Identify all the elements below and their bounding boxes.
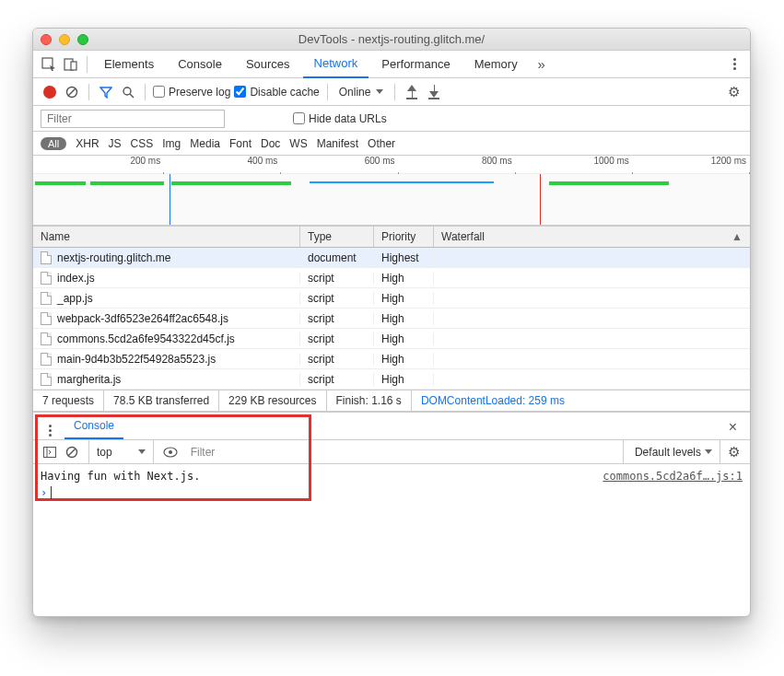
request-type: script <box>300 373 374 386</box>
console-log-source-link[interactable]: commons.5cd2a6f….js:1 <box>603 470 743 483</box>
device-toolbar-icon[interactable] <box>61 54 81 75</box>
type-filter-all[interactable]: All <box>41 137 66 150</box>
status-dcl: DOMContentLoaded: 259 ms <box>412 390 574 411</box>
zoom-window-button[interactable] <box>77 34 88 45</box>
file-icon <box>41 373 52 386</box>
console-drawer: Console × top Filter Default levels ⚙ <box>33 412 750 616</box>
tick: 200 ms <box>47 156 164 173</box>
settings-kebab-icon[interactable] <box>724 54 744 75</box>
tick: 600 ms <box>281 156 398 173</box>
request-name: margherita.js <box>57 373 121 386</box>
inspect-element-icon[interactable] <box>39 54 59 75</box>
console-log-message: Having fun with Next.js. <box>41 470 200 483</box>
network-status-bar: 7 requests 78.5 KB transferred 229 KB re… <box>33 390 750 412</box>
tab-sources[interactable]: Sources <box>235 51 301 78</box>
table-row[interactable]: commons.5cd2a6fe9543322d45cf.jsscriptHig… <box>33 329 750 349</box>
request-type: script <box>300 292 374 305</box>
svg-rect-2 <box>71 62 76 70</box>
type-filter-css[interactable]: CSS <box>131 137 154 150</box>
table-row[interactable]: margherita.jsscriptHigh <box>33 369 750 390</box>
disable-cache-checkbox[interactable]: Disable cache <box>234 86 319 99</box>
request-priority: Highest <box>374 251 434 264</box>
console-levels-select[interactable]: Default levels <box>627 440 720 463</box>
network-table-header: Name Type Priority Waterfall▲ <box>33 226 750 248</box>
drawer-menu-icon[interactable] <box>41 421 59 439</box>
console-clear-icon[interactable] <box>63 443 81 461</box>
col-waterfall[interactable]: Waterfall▲ <box>434 227 750 247</box>
console-filter-input[interactable]: Filter <box>183 440 624 463</box>
hide-data-urls-checkbox[interactable]: Hide data URLs <box>293 112 387 125</box>
type-filter-js[interactable]: JS <box>109 137 122 150</box>
devtools-window: DevTools - nextjs-routing.glitch.me/ Ele… <box>32 28 751 617</box>
more-tabs-icon[interactable]: » <box>531 54 551 75</box>
filter-icon[interactable] <box>97 83 115 101</box>
table-row[interactable]: _app.jsscriptHigh <box>33 288 750 309</box>
drawer-close-icon[interactable]: × <box>723 415 743 439</box>
col-priority[interactable]: Priority <box>374 227 434 247</box>
tick: 1200 ms <box>633 156 750 173</box>
table-row[interactable]: webpack-3df6523e264ff2ac6548.jsscriptHig… <box>33 309 750 329</box>
request-name: _app.js <box>57 292 93 305</box>
drawer-tab-console[interactable]: Console <box>64 414 123 439</box>
console-levels-label: Default levels <box>635 446 701 459</box>
file-icon <box>41 312 52 325</box>
drawer-tabstrip: Console × <box>33 413 750 440</box>
chevron-down-icon <box>705 449 712 454</box>
console-prompt[interactable]: › <box>41 484 743 501</box>
table-row[interactable]: index.jsscriptHigh <box>33 268 750 288</box>
close-window-button[interactable] <box>41 34 52 45</box>
record-button[interactable] <box>41 83 59 101</box>
clear-icon[interactable] <box>63 83 81 101</box>
console-log-line: Having fun with Next.js. commons.5cd2a6f… <box>41 468 743 484</box>
console-context-select[interactable]: top <box>88 440 154 463</box>
request-name: nextjs-routing.glitch.me <box>57 251 170 264</box>
col-name[interactable]: Name <box>33 227 300 247</box>
type-filter-manifest[interactable]: Manifest <box>317 137 358 150</box>
throttling-select[interactable]: Online <box>335 86 388 99</box>
tab-memory[interactable]: Memory <box>463 51 529 78</box>
search-icon[interactable] <box>119 83 137 101</box>
type-filter-media[interactable]: Media <box>190 137 220 150</box>
console-body: Having fun with Next.js. commons.5cd2a6f… <box>33 464 750 616</box>
live-expression-icon[interactable] <box>161 443 180 461</box>
request-priority: High <box>374 292 434 305</box>
col-type[interactable]: Type <box>300 227 374 247</box>
filter-input[interactable] <box>41 110 225 128</box>
svg-rect-7 <box>44 447 56 457</box>
preserve-log-checkbox[interactable]: Preserve log <box>153 86 230 99</box>
svg-point-12 <box>169 450 172 454</box>
tab-network[interactable]: Network <box>303 51 369 78</box>
svg-line-4 <box>68 88 76 96</box>
table-row[interactable]: main-9d4b3b522f54928a5523.jsscriptHigh <box>33 349 750 369</box>
console-toolbar: top Filter Default levels ⚙ <box>33 440 750 464</box>
request-priority: High <box>374 272 434 285</box>
tab-performance[interactable]: Performance <box>370 51 461 78</box>
minimize-window-button[interactable] <box>59 34 70 45</box>
tick: 1000 ms <box>516 156 633 173</box>
type-filter-other[interactable]: Other <box>368 137 395 150</box>
file-icon <box>41 353 52 366</box>
table-row[interactable]: nextjs-routing.glitch.medocumentHighest <box>33 248 750 268</box>
network-settings-icon[interactable]: ⚙ <box>724 83 743 101</box>
file-icon <box>41 251 52 264</box>
type-filter-img[interactable]: Img <box>162 137 181 150</box>
download-har-icon[interactable] <box>425 83 443 101</box>
status-requests: 7 requests <box>33 390 104 411</box>
timeline-overview[interactable] <box>33 174 750 226</box>
type-filter-font[interactable]: Font <box>229 137 252 150</box>
request-name: commons.5cd2a6fe9543322d45cf.js <box>57 332 235 345</box>
tab-elements[interactable]: Elements <box>93 51 165 78</box>
type-filter-xhr[interactable]: XHR <box>76 137 99 150</box>
tab-console[interactable]: Console <box>167 51 233 78</box>
filter-row: Hide data URLs <box>33 106 750 132</box>
console-sidebar-icon[interactable] <box>41 443 59 461</box>
request-type: script <box>300 353 374 366</box>
window-title: DevTools - nextjs-routing.glitch.me/ <box>33 32 750 46</box>
upload-har-icon[interactable] <box>403 83 421 101</box>
svg-line-10 <box>68 449 76 456</box>
request-priority: High <box>374 373 434 386</box>
console-settings-icon[interactable]: ⚙ <box>724 443 743 461</box>
disable-cache-label: Disable cache <box>250 86 319 99</box>
type-filter-ws[interactable]: WS <box>289 137 307 150</box>
type-filter-doc[interactable]: Doc <box>261 137 280 150</box>
